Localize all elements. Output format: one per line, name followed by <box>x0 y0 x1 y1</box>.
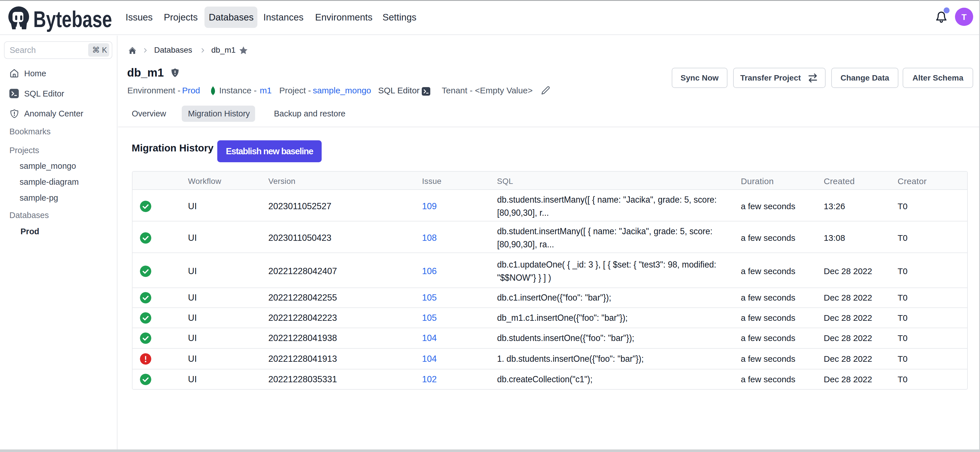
svg-text:Bytebase: Bytebase <box>33 8 112 32</box>
